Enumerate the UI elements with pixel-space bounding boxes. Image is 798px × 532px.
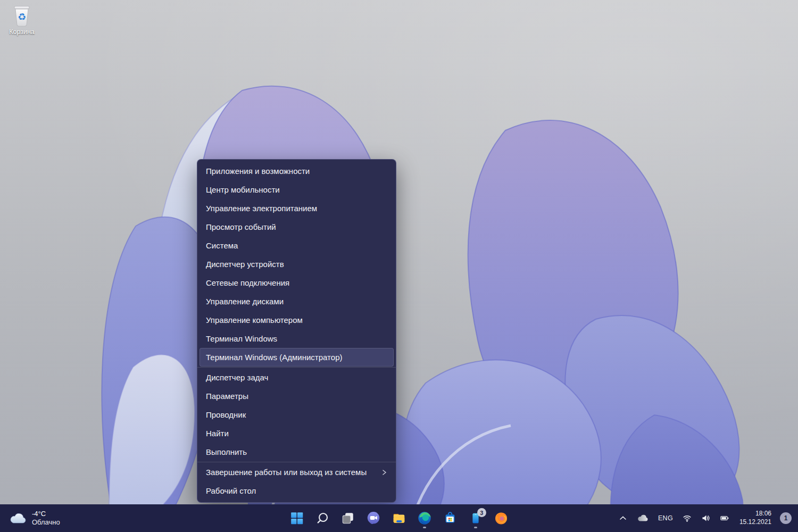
menu-item-run[interactable]: Выполнить	[200, 443, 394, 461]
cloud-icon	[9, 511, 27, 525]
edge-icon	[418, 511, 431, 525]
menu-item-desktop[interactable]: Рабочий стол	[200, 481, 394, 500]
menu-item-label: Параметры	[206, 392, 248, 401]
menu-item-search[interactable]: Найти	[200, 424, 394, 443]
menu-item-label: Сетевые подключения	[206, 278, 289, 287]
wallpaper-bloom	[0, 0, 798, 532]
menu-item-label: Терминал Windows (Администратор)	[206, 353, 342, 362]
menu-item-label: Рабочий стол	[206, 486, 256, 495]
menu-item-label: Найти	[206, 429, 229, 438]
clock-date: 15.12.2021	[739, 518, 771, 527]
hidden-icons-button[interactable]	[617, 509, 629, 528]
recycle-bin-shortcut[interactable]: ♻ Корзина	[5, 3, 38, 36]
clock[interactable]: 18:06 15.12.2021	[739, 510, 771, 526]
menu-item-windows-terminal[interactable]: Терминал Windows	[200, 329, 394, 348]
microsoft-store-icon	[443, 511, 457, 525]
onedrive-button[interactable]	[635, 509, 650, 528]
taskbar-app-buttons: 3	[286, 504, 512, 532]
firefox-button[interactable]	[491, 508, 512, 529]
your-phone-button[interactable]: 3	[465, 508, 486, 529]
menu-item-power-options[interactable]: Управление электропитанием	[200, 199, 394, 218]
weather-widget[interactable]: -4°C Облачно	[0, 504, 69, 532]
menu-item-label: Управление электропитанием	[206, 204, 317, 213]
clock-time: 18:06	[755, 510, 771, 518]
running-indicator	[423, 527, 426, 528]
menu-item-label: Проводник	[206, 410, 246, 419]
menu-item-task-manager[interactable]: Диспетчер задач	[200, 368, 394, 387]
menu-item-label: Приложения и возможности	[206, 167, 310, 176]
chevron-up-icon	[619, 514, 627, 522]
running-indicator	[474, 527, 477, 528]
chat-button[interactable]	[363, 508, 384, 529]
menu-item-shutdown-or-signout[interactable]: Завершение работы или выход из системы	[200, 463, 394, 481]
search-icon	[315, 511, 329, 525]
menu-item-label: Управление дисками	[206, 297, 284, 306]
task-view-icon	[341, 511, 355, 525]
desktop: ♻ Корзина Приложения и возможностиЦентр …	[0, 0, 798, 532]
menu-item-file-explorer[interactable]: Проводник	[200, 405, 394, 424]
battery-icon	[720, 514, 729, 522]
task-view-button[interactable]	[337, 508, 359, 529]
folder-icon	[392, 511, 406, 525]
phone-notification-badge: 3	[477, 508, 486, 517]
menu-item-event-viewer[interactable]: Просмотр событий	[200, 218, 394, 236]
menu-item-label: Выполнить	[206, 447, 247, 456]
language-indicator[interactable]: ENG	[656, 509, 675, 528]
store-button[interactable]	[439, 508, 461, 529]
language-label: ENG	[658, 514, 673, 522]
notification-count-badge[interactable]: 1	[780, 512, 792, 524]
file-explorer-button[interactable]	[388, 508, 410, 529]
menu-item-system[interactable]: Система	[200, 236, 394, 255]
menu-separator	[197, 367, 396, 368]
menu-item-apps-and-features[interactable]: Приложения и возможности	[200, 162, 394, 180]
menu-item-label: Завершение работы или выход из системы	[206, 468, 367, 477]
weather-condition: Облачно	[32, 518, 60, 527]
winx-context-menu: Приложения и возможностиЦентр мобильност…	[197, 159, 396, 503]
search-button[interactable]	[312, 508, 333, 529]
windows-start-icon	[290, 511, 304, 525]
taskbar: -4°C Облачно	[0, 504, 798, 532]
menu-item-label: Просмотр событий	[206, 222, 276, 231]
menu-separator	[197, 462, 396, 462]
volume-button[interactable]	[700, 509, 712, 528]
weather-temperature: -4°C	[32, 510, 60, 518]
menu-item-label: Диспетчер задач	[206, 373, 268, 382]
teams-chat-icon	[367, 511, 380, 525]
menu-item-label: Терминал Windows	[206, 334, 277, 343]
start-button[interactable]	[286, 508, 307, 529]
menu-item-windows-terminal-admin[interactable]: Терминал Windows (Администратор)	[200, 348, 394, 367]
wifi-button[interactable]	[681, 509, 693, 528]
menu-item-mobility-center[interactable]: Центр мобильности	[200, 180, 394, 199]
menu-item-label: Центр мобильности	[206, 185, 280, 194]
onedrive-cloud-icon	[637, 514, 649, 522]
wifi-icon	[683, 514, 692, 522]
battery-button[interactable]	[718, 509, 731, 528]
menu-item-device-manager[interactable]: Диспетчер устройств	[200, 255, 394, 273]
menu-item-label: Управление компьютером	[206, 315, 303, 325]
submenu-chevron-icon	[381, 469, 387, 476]
svg-text:♻: ♻	[18, 12, 26, 22]
menu-item-label: Система	[206, 241, 238, 250]
menu-item-computer-management[interactable]: Управление компьютером	[200, 311, 394, 329]
recycle-bin-label: Корзина	[9, 28, 35, 36]
volume-icon	[701, 514, 710, 522]
edge-button[interactable]	[414, 508, 435, 529]
menu-item-label: Диспетчер устройств	[206, 260, 284, 269]
menu-item-network-connections[interactable]: Сетевые подключения	[200, 273, 394, 292]
firefox-icon	[494, 511, 508, 525]
menu-item-settings[interactable]: Параметры	[200, 387, 394, 405]
menu-item-disk-management[interactable]: Управление дисками	[200, 292, 394, 311]
recycle-bin-icon: ♻	[10, 3, 34, 28]
system-tray: ENG	[617, 504, 798, 532]
